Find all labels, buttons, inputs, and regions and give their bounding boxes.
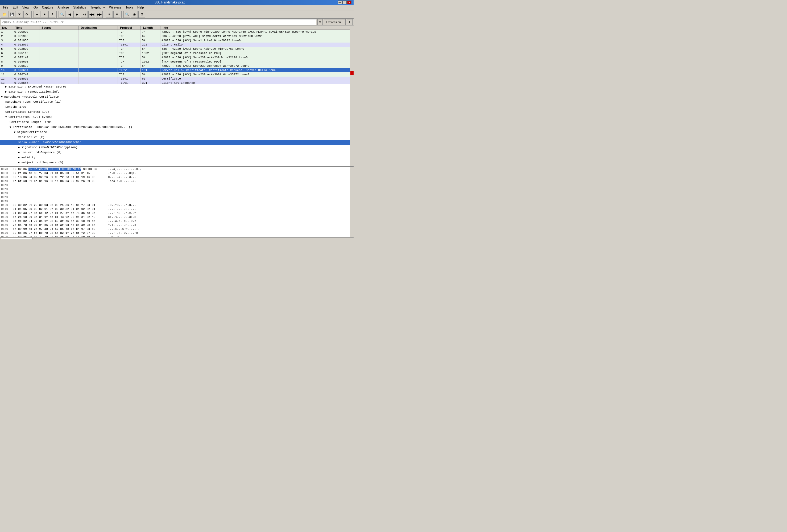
table-row[interactable]: 110.026740TCP5442820 → 636 [ACK] Seq=239… [0,72,354,77]
tree-item[interactable]: ▶ issuer: rdnSequence (0) [0,150,354,155]
zoom-out-icon[interactable]: 🔍 [124,11,130,18]
tree-item[interactable]: ▶ validity [0,155,354,160]
tree-item[interactable]: Certificates Length: 1704 [0,110,354,115]
table-row[interactable]: 60.025115TCP1502[TCP segment of a reasse… [0,51,354,55]
tree-item[interactable]: serialNumber: 0x655dc58900010000e01e [0,140,354,145]
packet-list-container[interactable]: No. Time Source Destination Protocol Len… [0,26,354,84]
tree-item[interactable]: ▼ Handshake Protocol: Certificate [0,94,354,100]
filter-dropdown-btn[interactable]: ▼ [317,19,323,25]
hex-offset: 0110 [1,207,10,211]
bottom-tab[interactable]: Reassembled TCP (3023 bytes) [33,238,81,239]
table-row[interactable]: 30.001956TCP5442820 → 636 [ACK] Seq=1 Ac… [0,38,354,43]
table-row[interactable]: 90.025633TCP5442820 → 636 [ACK] Seq=239 … [0,64,354,68]
hex-ascii: 0.....&. ..,d.... [108,175,138,179]
tree-item-text: Certificate: 308206a13082 0589a003020102… [13,126,132,129]
tree-item[interactable]: ▶ subject: rdnSequence (0) [0,160,354,165]
menu-item-view[interactable]: View [20,5,31,10]
table-row[interactable]: 120.028596TLSv166Certificate [0,77,354,81]
first-icon[interactable]: ⏮ [81,11,88,18]
menu-item-telephony[interactable]: Telephony [88,5,107,10]
tree-expand-icon[interactable]: ▶ [18,156,21,159]
hex-offset: 0120 [1,211,10,215]
tree-item[interactable]: ▶ Extension: renegotiation_info [0,89,354,94]
table-row[interactable]: 130.028655TLSv1321Client Key Exchange [0,81,354,84]
minimize-btn[interactable]: — [338,1,342,4]
menu-item-file[interactable]: File [1,5,10,10]
open-icon[interactable]: 📁 [1,11,8,18]
tree-item[interactable]: ▶ signature (shaWithRSAEncryption) [0,145,354,150]
tree-item[interactable]: ▼ signedCertificate [0,130,354,135]
maximize-btn[interactable]: □ [342,1,347,4]
menu-item-statistics[interactable]: Statistics [71,5,88,10]
tree-expand-icon[interactable]: ▼ [9,126,13,129]
filter-input[interactable] [1,19,316,25]
tree-expand-icon[interactable]: ▶ [5,85,8,88]
col-no: No. [0,26,13,30]
hex-row: 00f0 [1,199,353,203]
menu-item-capture[interactable]: Capture [40,5,56,10]
menu-item-edit[interactable]: Edit [10,5,20,10]
reload-icon[interactable]: ⟳ [23,11,30,18]
tree-item[interactable]: Certificate Length: 1701 [0,120,354,125]
table-row[interactable]: 80.025603TCP1502[TCP segment of a reasse… [0,60,354,64]
hex-bytes: 00 30 82 01 22 30 0d 06 09 2a 86 48 86 f… [13,203,106,207]
table-row[interactable]: 10.000000TCP7442820 → 636 [SYN] Seq=0 Wi… [0,30,354,34]
capture-restart-icon[interactable]: ↺ [48,11,55,18]
tree-expand-icon[interactable]: ▼ [14,131,17,134]
gear-icon[interactable]: ⚙ [139,11,145,18]
prev2-icon[interactable]: ◀◀ [88,11,95,18]
fit-icon[interactable]: ◉ [131,11,138,18]
detail-pane[interactable]: ▶ Extension: Extended Master Secret▶ Ext… [0,84,354,167]
next-icon[interactable]: ▶ [73,11,80,18]
colorize-icon[interactable]: ≡ [113,11,120,18]
add-filter-btn[interactable]: + [347,19,353,25]
zoom-in-icon[interactable]: 🔍 [59,11,65,18]
menu-item-wireless[interactable]: Wireless [107,5,124,10]
save-icon[interactable]: 💾 [8,11,16,18]
table-row[interactable]: 100.026684TLSv1181Server Hello, Certific… [0,68,354,72]
hex-offset: 00f0 [1,199,10,203]
tree-item[interactable]: version: v3 (2) [0,135,354,140]
close-btn[interactable]: ✕ [347,1,352,4]
menu-item-go[interactable]: Go [31,5,40,10]
tree-item[interactable]: ▼ Certificate: 308206a13082 0589a0030201… [0,125,354,130]
menu-item-tools[interactable]: Tools [124,5,135,10]
capture-stop-icon[interactable]: ■ [41,11,48,18]
tree-item[interactable]: Length: 1707 [0,105,354,110]
win-controls: — □ ✕ [338,1,352,4]
next2-icon[interactable]: ▶▶ [96,11,103,18]
tree-item[interactable]: Handshake Type: Certificate (11) [0,100,354,105]
tree-expand-icon[interactable]: ▶ [18,146,21,149]
hex-offset: 00b0 [1,183,10,187]
detail-tree: ▶ Extension: Extended Master Secret▶ Ext… [0,84,354,167]
hex-bytes [13,191,106,195]
table-row[interactable]: 50.022800TCP54636 → 42820 [ACK] Seq=1 Ac… [0,47,354,51]
prev-icon[interactable]: ◀ [66,11,73,18]
tree-expand-icon[interactable]: ▶ [5,90,8,93]
capture-start-icon[interactable]: ● [34,11,40,18]
menu-item-help[interactable]: Help [135,5,146,10]
bottom-tab[interactable]: Frame (181 bytes) [1,238,32,239]
table-row[interactable]: 40.022566TLSv1292Client Hello [0,43,354,47]
hex-row: 00a06c 6f 63 61 6c 31 16 30 14 06 0a 09 … [1,179,353,183]
hex-bytes: 30 13 06 0a 09 92 26 89 93 f2 2c 64 01 1… [13,175,106,179]
tree-item[interactable]: ▶ Extension: Extended Master Secret [0,84,354,89]
hex-offset: 0170 [1,231,10,235]
hex-pane[interactable]: 007002 02 0a 65 5d c5 89 00 01 00 00 e0 … [0,167,354,237]
tree-item[interactable]: ▼ Certificates (1704 bytes) [0,115,354,120]
tree-expand-icon[interactable]: ▶ [18,151,21,154]
menu-item-analyze[interactable]: Analyze [56,5,71,10]
tree-expand-icon[interactable]: ▶ [18,161,21,164]
hex-ascii: .*.H.... ...0Q1. [108,171,136,175]
coloring-icon[interactable]: ≡ [106,11,113,18]
col-source: Source [39,26,79,30]
hex-bytes [13,199,106,203]
tree-expand-icon[interactable]: ▼ [5,116,8,119]
table-row[interactable]: 20.001903TCP62636 → 42820 [SYN, ACK] Seq… [0,34,354,38]
tree-item-text: signature (shaWithRSAEncryption) [21,146,78,149]
close-icon[interactable]: ✖ [16,11,23,18]
col-length: Length [141,26,161,30]
table-row[interactable]: 70.025149TCP5442820 → 636 [ACK] Seq=239 … [0,55,354,60]
expression-btn[interactable]: Expression... [324,19,346,25]
tree-expand-icon[interactable]: ▼ [1,95,4,99]
